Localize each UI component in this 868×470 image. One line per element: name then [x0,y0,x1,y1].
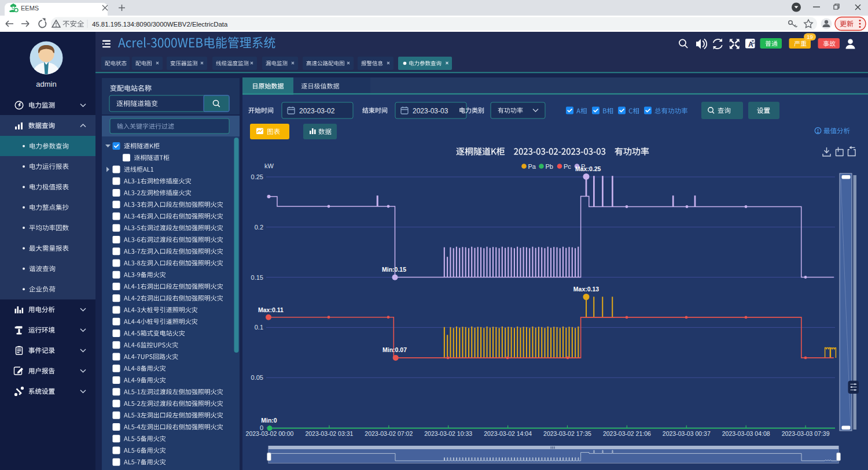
svg-text:0.1: 0.1 [255,324,263,331]
svg-text:0.05: 0.05 [251,374,263,381]
svg-text:Pa: Pa [528,163,536,170]
svg-text:45.81.195.134:8090/3000WEBV2/E: 45.81.195.134:8090/3000WEBV2/ElectricDat… [92,21,228,28]
svg-text:2023-03-02 21:06: 2023-03-02 21:06 [603,430,651,437]
svg-text:2023-03-03 04:08: 2023-03-03 04:08 [722,430,770,437]
svg-text:2023-03-02 17:35: 2023-03-02 17:35 [543,430,591,437]
svg-text:Pc: Pc [564,163,571,170]
svg-text:2023-03-03: 2023-03-03 [413,107,448,115]
svg-text:EEMS: EEMS [21,5,39,12]
svg-text:Min:0.15: Min:0.15 [382,266,406,273]
svg-text:Max:0.11: Max:0.11 [258,306,284,313]
svg-text:2023-03-02 03:31: 2023-03-02 03:31 [305,430,353,437]
svg-text:2023-03-02 14:04: 2023-03-02 14:04 [484,430,532,437]
svg-text:19: 19 [807,34,813,40]
svg-text:2023-03-03 07:39: 2023-03-03 07:39 [782,430,830,437]
svg-text:0.25: 0.25 [251,173,263,180]
svg-text:2023-03-02 10:33: 2023-03-02 10:33 [424,430,472,437]
svg-text:Max:0.25: Max:0.25 [575,165,601,172]
svg-text:kW: kW [264,162,274,169]
svg-text:0.15: 0.15 [251,274,263,281]
svg-text:2023-03-02 07:02: 2023-03-02 07:02 [365,430,413,437]
svg-text:Max:0.13: Max:0.13 [573,286,599,293]
svg-text:Min:0.07: Min:0.07 [382,346,407,353]
svg-text:A: A [748,40,753,49]
svg-text:2023-03-03 00:37: 2023-03-03 00:37 [663,430,711,437]
svg-text:Min:0: Min:0 [261,417,277,424]
svg-text:Pb: Pb [546,163,553,170]
svg-text:2023-03-02 00:00: 2023-03-02 00:00 [246,430,294,437]
svg-text:admin: admin [36,80,56,88]
svg-text:0.2: 0.2 [255,224,263,231]
svg-text:2023-03-02: 2023-03-02 [299,107,335,115]
